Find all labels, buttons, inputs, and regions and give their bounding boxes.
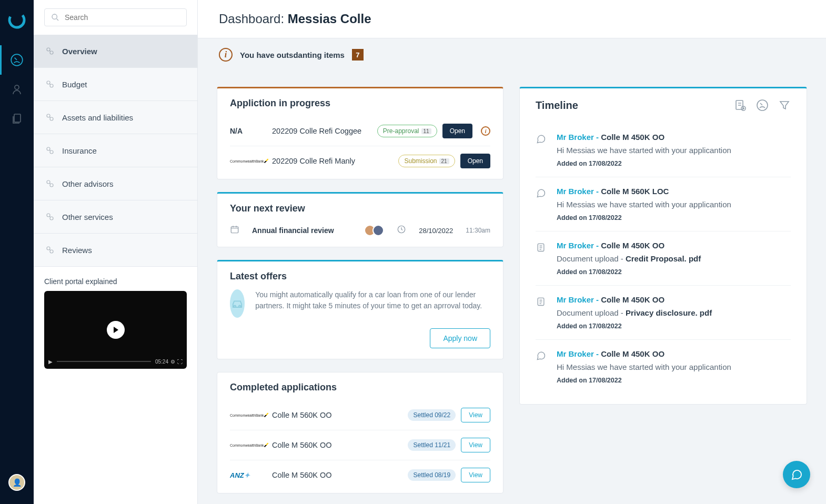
link-icon [45,146,55,155]
alert-count: 7 [352,49,364,61]
svg-point-17 [47,247,50,250]
sidebar-item-label: Budget [62,80,87,89]
video-play-small-icon: ▶ [48,359,53,365]
card-title: Completed applications [230,382,490,393]
calendar-icon [230,225,239,236]
next-review-card: Your next review Annual financial review… [217,192,503,247]
timeline-title-line: Mr Broker - Colle M 450K OO [557,133,791,142]
svg-point-8 [50,84,53,87]
user-avatar[interactable]: 👤 [8,474,25,491]
timeline-title: Timeline [536,99,734,112]
filter-icon[interactable] [778,99,791,112]
alert-info-icon[interactable]: i [481,126,490,136]
sidebar-item-label: Reviews [62,246,92,255]
chat-icon [790,468,803,481]
sidebar-item-other-services[interactable]: Other services [34,200,197,234]
application-row: CommonwealthBank202209 Colle Refi ManlyS… [230,146,490,168]
document-icon [536,242,546,253]
svg-point-12 [50,150,53,154]
completed-row: ANZ✦Colle M 560K OOSettled 08/19View [230,460,490,482]
timeline-card: Timeline Mr Broker - Colle M 450K OOHi M… [519,87,807,405]
svg-point-15 [47,214,50,217]
svg-point-6 [50,51,53,54]
svg-point-7 [47,81,50,84]
explainer-video[interactable]: ▶ 05:24 ⚙ ⛶ [44,291,187,369]
svg-point-10 [50,117,53,120]
car-loan-icon [230,289,245,318]
svg-point-5 [47,48,50,51]
search-input[interactable] [65,13,180,22]
sidebar-item-other-advisors[interactable]: Other advisors [34,167,197,200]
dashboard-view-icon[interactable] [756,99,769,112]
svg-point-13 [47,180,50,184]
completed-row: CommonwealthBankColle M 560K OOSettled 0… [230,400,490,430]
timeline-message: Hi Messias we have started with your app… [557,200,791,209]
settled-pill: Settled 09/22 [408,409,456,421]
nav-rail: 👤 [0,0,34,504]
timeline-message: Hi Messias we have started with your app… [557,362,791,371]
timeline-item: Mr Broker - Colle M 450K OOHi Messias we… [536,123,791,177]
view-button[interactable]: View [461,468,490,482]
lender-logo-anz: ANZ✦ [230,471,267,479]
add-note-icon[interactable] [734,99,747,112]
link-icon [45,245,55,255]
svg-rect-19 [231,227,238,233]
svg-point-11 [47,147,50,150]
timeline-message: Hi Messias we have started with your app… [557,146,791,155]
video-duration: 05:24 [155,359,168,365]
link-icon [45,79,55,89]
chat-icon [536,134,546,144]
applications-in-progress-card: Appliction in progress N/A202209 Colle R… [217,87,503,179]
alert-text: You have outsdanting items [240,51,345,59]
review-label: Annual financial review [252,226,355,235]
sidebar-item-label: Other services [62,213,113,221]
search-box[interactable] [44,8,187,26]
status-count: 21 [439,158,449,164]
sidebar-item-reviews[interactable]: Reviews [34,234,197,267]
link-icon [45,46,55,56]
completed-row: CommonwealthBankColle M 560K OOSettled 1… [230,430,490,460]
sidebar-item-label: Other advisors [62,179,114,188]
settled-pill: Settled 11/21 [408,439,456,451]
sidebar-item-overview[interactable]: Overview [34,35,197,68]
timeline-date: Added on 17/08/2022 [557,377,791,384]
svg-point-16 [50,217,53,220]
timeline-title-line: Mr Broker - Colle M 560K LOC [557,187,791,196]
settled-pill: Settled 08/19 [408,469,456,481]
chat-icon [536,188,546,198]
svg-point-2 [15,85,19,89]
review-date: 28/10/2022 [419,227,453,235]
rail-documents[interactable] [0,104,34,134]
application-name: 202209 Colle Refi Coggee [272,127,372,135]
timeline-date: Added on 17/08/2022 [557,160,791,167]
timeline-title-line: Mr Broker - Colle M 450K OO [557,349,791,358]
lender-logo-commonwealth: CommonwealthBank [230,442,267,448]
status-pill: Pre-approval11 [377,125,437,137]
lender-logo-commonwealth: CommonwealthBank [230,412,267,418]
lender-logo-commonwealth: CommonwealthBank [230,158,267,164]
chat-fab[interactable] [783,461,810,488]
timeline-item: Mr Broker - Colle M 450K OOHi Messias we… [536,340,791,394]
open-button[interactable]: Open [460,154,490,168]
rail-dashboard[interactable] [0,45,34,75]
sidebar-item-insurance[interactable]: Insurance [34,134,197,167]
view-button[interactable]: View [461,438,490,452]
sidebar-item-label: Assets and liabilities [62,113,133,122]
portal-explained-title: Client portal explained [44,277,187,286]
card-title: Appliction in progress [230,98,490,109]
link-icon [45,212,55,221]
page-header: Dashboard: Messias Colle [198,0,826,38]
link-icon [45,179,55,188]
rail-profile[interactable] [0,75,34,104]
timeline-date: Added on 17/08/2022 [557,322,791,330]
svg-point-0 [7,11,26,29]
svg-rect-3 [14,114,21,122]
timeline-title-line: Mr Broker - Colle M 450K OO [557,295,791,304]
timeline-item: Mr Broker - Colle M 560K LOCHi Messias w… [536,177,791,231]
sidebar-item-assets-and-liabilities[interactable]: Assets and liabilities [34,101,197,134]
apply-now-button[interactable]: Apply now [430,328,490,348]
open-button[interactable]: Open [442,124,472,138]
status-pill: Submission21 [398,155,455,167]
view-button[interactable]: View [461,408,490,422]
sidebar-item-budget[interactable]: Budget [34,68,197,101]
